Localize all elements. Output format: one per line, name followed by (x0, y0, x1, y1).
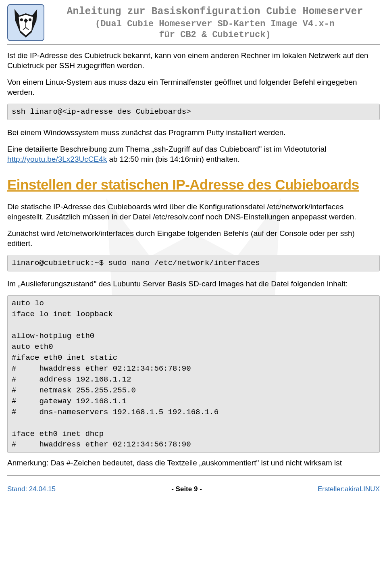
video-posttext: ab 12:50 min (bis 14:16min) enthalten. (107, 155, 240, 163)
svg-point-2 (29, 18, 31, 21)
footer-page-number: - Seite 9 - (171, 485, 202, 493)
code-nano-command: linaro@cubietruck:~$ sudo nano /etc/netw… (7, 255, 380, 271)
paragraph-video-tutorial: Eine detailierte Beschreibung zum Thema … (7, 144, 380, 164)
page-footer: Stand: 24.04.15 - Seite 9 - Ersteller:ak… (7, 485, 380, 493)
page-header: Anleitung zur Basiskonfiguration Cubie H… (7, 4, 380, 41)
footer-rule (7, 474, 380, 475)
husky-logo-icon (7, 4, 44, 41)
footer-author: Ersteller:akiraLINUX (318, 485, 380, 493)
paragraph-intro-ssh: Ist die IP-Adresse des Cubietruck bekann… (7, 50, 380, 71)
footer-date: Stand: 24.04.15 (7, 485, 56, 493)
paragraph-linux-terminal: Von einem Linux-System aus muss dazu ein… (7, 77, 380, 97)
code-ssh-command: ssh linaro@<ip-adresse des Cubieboards> (7, 104, 380, 120)
paragraph-annotation-hash: Anmerkung: Das #-Zeichen bedeutet, dass … (7, 458, 380, 468)
section-heading-static-ip: Einstellen der statischen IP-Adresse des… (7, 177, 380, 193)
paragraph-default-content: Im „Auslieferungszustand" des Lubuntu Se… (7, 279, 380, 289)
document-title: Anleitung zur Basiskonfiguration Cubie H… (50, 6, 380, 40)
header-rule (7, 44, 380, 45)
title-line-2: (Dual Cubie Homeserver SD-Karten Image V… (50, 19, 380, 29)
svg-point-1 (20, 18, 23, 21)
title-line-1: Anleitung zur Basiskonfiguration Cubie H… (50, 6, 380, 17)
paragraph-windows-putty: Bei einem Windowssystem muss zunächst da… (7, 127, 380, 138)
paragraph-edit-interfaces: Zunächst wird /etc/network/interfaces du… (7, 228, 380, 248)
code-interfaces-file: auto lo iface lo inet loopback allow-hot… (7, 295, 380, 453)
paragraph-static-ip-config: Die statische IP-Adresse des Cubieboards… (7, 202, 380, 222)
video-pretext: Eine detailierte Beschreibung zum Thema … (7, 145, 326, 153)
youtube-link[interactable]: http://youtu.be/3Lx23UcCE4k (7, 155, 107, 163)
title-line-3: für CB2 & Cubietruck) (50, 30, 380, 40)
